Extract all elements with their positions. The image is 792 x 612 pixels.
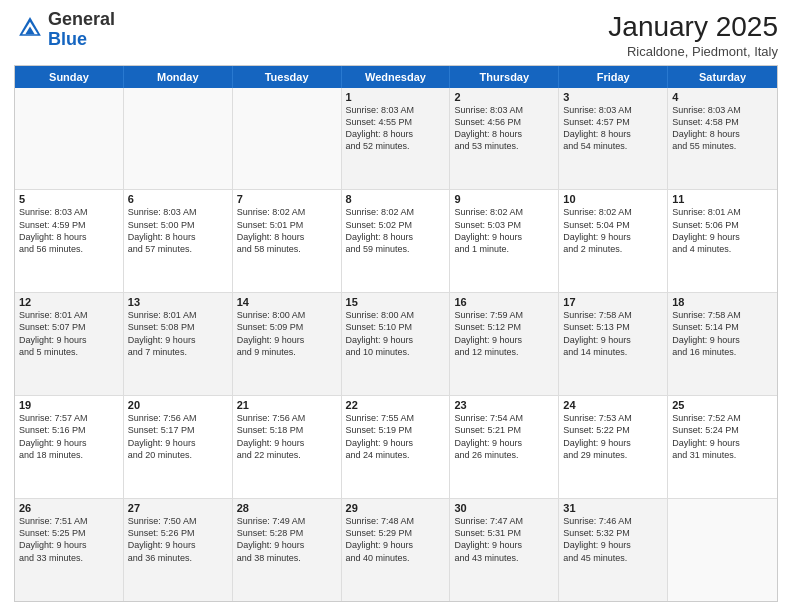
day-content: Sunrise: 8:02 AM Sunset: 5:02 PM Dayligh… (346, 206, 446, 255)
day-number: 15 (346, 296, 446, 308)
day-number: 23 (454, 399, 554, 411)
logo-blue-text: Blue (48, 29, 87, 49)
header-day-wednesday: Wednesday (342, 66, 451, 88)
day-cell-10: 10Sunrise: 8:02 AM Sunset: 5:04 PM Dayli… (559, 190, 668, 292)
day-number: 17 (563, 296, 663, 308)
day-content: Sunrise: 7:48 AM Sunset: 5:29 PM Dayligh… (346, 515, 446, 564)
day-cell-31: 31Sunrise: 7:46 AM Sunset: 5:32 PM Dayli… (559, 499, 668, 601)
day-content: Sunrise: 7:52 AM Sunset: 5:24 PM Dayligh… (672, 412, 773, 461)
day-content: Sunrise: 7:58 AM Sunset: 5:14 PM Dayligh… (672, 309, 773, 358)
day-content: Sunrise: 8:02 AM Sunset: 5:04 PM Dayligh… (563, 206, 663, 255)
day-cell-1: 1Sunrise: 8:03 AM Sunset: 4:55 PM Daylig… (342, 88, 451, 190)
calendar: SundayMondayTuesdayWednesdayThursdayFrid… (14, 65, 778, 602)
day-number: 11 (672, 193, 773, 205)
month-title: January 2025 (608, 10, 778, 44)
day-number: 29 (346, 502, 446, 514)
day-number: 6 (128, 193, 228, 205)
day-cell-18: 18Sunrise: 7:58 AM Sunset: 5:14 PM Dayli… (668, 293, 777, 395)
day-number: 16 (454, 296, 554, 308)
day-content: Sunrise: 7:49 AM Sunset: 5:28 PM Dayligh… (237, 515, 337, 564)
day-cell-7: 7Sunrise: 8:02 AM Sunset: 5:01 PM Daylig… (233, 190, 342, 292)
day-number: 9 (454, 193, 554, 205)
day-number: 25 (672, 399, 773, 411)
day-cell-11: 11Sunrise: 8:01 AM Sunset: 5:06 PM Dayli… (668, 190, 777, 292)
day-cell-13: 13Sunrise: 8:01 AM Sunset: 5:08 PM Dayli… (124, 293, 233, 395)
day-cell-23: 23Sunrise: 7:54 AM Sunset: 5:21 PM Dayli… (450, 396, 559, 498)
calendar-row-4: 26Sunrise: 7:51 AM Sunset: 5:25 PM Dayli… (15, 499, 777, 601)
day-cell-27: 27Sunrise: 7:50 AM Sunset: 5:26 PM Dayli… (124, 499, 233, 601)
empty-cell-0-1 (124, 88, 233, 190)
day-content: Sunrise: 8:03 AM Sunset: 4:57 PM Dayligh… (563, 104, 663, 153)
day-content: Sunrise: 7:58 AM Sunset: 5:13 PM Dayligh… (563, 309, 663, 358)
day-cell-17: 17Sunrise: 7:58 AM Sunset: 5:13 PM Dayli… (559, 293, 668, 395)
day-content: Sunrise: 7:59 AM Sunset: 5:12 PM Dayligh… (454, 309, 554, 358)
logo-general-text: General (48, 9, 115, 29)
day-number: 18 (672, 296, 773, 308)
day-content: Sunrise: 7:53 AM Sunset: 5:22 PM Dayligh… (563, 412, 663, 461)
logo-icon (16, 14, 44, 42)
header: General Blue January 2025 Ricaldone, Pie… (14, 10, 778, 59)
day-number: 5 (19, 193, 119, 205)
day-content: Sunrise: 7:54 AM Sunset: 5:21 PM Dayligh… (454, 412, 554, 461)
calendar-row-3: 19Sunrise: 7:57 AM Sunset: 5:16 PM Dayli… (15, 396, 777, 499)
day-content: Sunrise: 8:01 AM Sunset: 5:08 PM Dayligh… (128, 309, 228, 358)
header-day-monday: Monday (124, 66, 233, 88)
calendar-row-0: 1Sunrise: 8:03 AM Sunset: 4:55 PM Daylig… (15, 88, 777, 191)
day-content: Sunrise: 7:47 AM Sunset: 5:31 PM Dayligh… (454, 515, 554, 564)
empty-cell-0-0 (15, 88, 124, 190)
day-number: 12 (19, 296, 119, 308)
day-number: 26 (19, 502, 119, 514)
day-content: Sunrise: 8:02 AM Sunset: 5:03 PM Dayligh… (454, 206, 554, 255)
day-cell-6: 6Sunrise: 8:03 AM Sunset: 5:00 PM Daylig… (124, 190, 233, 292)
day-content: Sunrise: 8:03 AM Sunset: 4:59 PM Dayligh… (19, 206, 119, 255)
logo: General Blue (14, 10, 115, 50)
day-cell-16: 16Sunrise: 7:59 AM Sunset: 5:12 PM Dayli… (450, 293, 559, 395)
day-content: Sunrise: 7:56 AM Sunset: 5:17 PM Dayligh… (128, 412, 228, 461)
day-content: Sunrise: 7:57 AM Sunset: 5:16 PM Dayligh… (19, 412, 119, 461)
day-number: 20 (128, 399, 228, 411)
header-day-tuesday: Tuesday (233, 66, 342, 88)
empty-cell-4-6 (668, 499, 777, 601)
day-cell-30: 30Sunrise: 7:47 AM Sunset: 5:31 PM Dayli… (450, 499, 559, 601)
calendar-header: SundayMondayTuesdayWednesdayThursdayFrid… (15, 66, 777, 88)
day-cell-25: 25Sunrise: 7:52 AM Sunset: 5:24 PM Dayli… (668, 396, 777, 498)
day-cell-2: 2Sunrise: 8:03 AM Sunset: 4:56 PM Daylig… (450, 88, 559, 190)
header-day-friday: Friday (559, 66, 668, 88)
day-number: 1 (346, 91, 446, 103)
day-number: 22 (346, 399, 446, 411)
day-cell-14: 14Sunrise: 8:00 AM Sunset: 5:09 PM Dayli… (233, 293, 342, 395)
day-cell-15: 15Sunrise: 8:00 AM Sunset: 5:10 PM Dayli… (342, 293, 451, 395)
day-number: 3 (563, 91, 663, 103)
day-content: Sunrise: 7:55 AM Sunset: 5:19 PM Dayligh… (346, 412, 446, 461)
day-number: 27 (128, 502, 228, 514)
day-cell-19: 19Sunrise: 7:57 AM Sunset: 5:16 PM Dayli… (15, 396, 124, 498)
day-cell-8: 8Sunrise: 8:02 AM Sunset: 5:02 PM Daylig… (342, 190, 451, 292)
day-cell-3: 3Sunrise: 8:03 AM Sunset: 4:57 PM Daylig… (559, 88, 668, 190)
header-day-thursday: Thursday (450, 66, 559, 88)
day-number: 21 (237, 399, 337, 411)
day-content: Sunrise: 8:01 AM Sunset: 5:07 PM Dayligh… (19, 309, 119, 358)
day-cell-4: 4Sunrise: 8:03 AM Sunset: 4:58 PM Daylig… (668, 88, 777, 190)
day-number: 28 (237, 502, 337, 514)
day-number: 7 (237, 193, 337, 205)
day-number: 30 (454, 502, 554, 514)
location-subtitle: Ricaldone, Piedmont, Italy (608, 44, 778, 59)
day-content: Sunrise: 8:03 AM Sunset: 4:55 PM Dayligh… (346, 104, 446, 153)
day-content: Sunrise: 8:01 AM Sunset: 5:06 PM Dayligh… (672, 206, 773, 255)
day-cell-5: 5Sunrise: 8:03 AM Sunset: 4:59 PM Daylig… (15, 190, 124, 292)
day-cell-28: 28Sunrise: 7:49 AM Sunset: 5:28 PM Dayli… (233, 499, 342, 601)
day-cell-29: 29Sunrise: 7:48 AM Sunset: 5:29 PM Dayli… (342, 499, 451, 601)
day-number: 31 (563, 502, 663, 514)
day-content: Sunrise: 8:03 AM Sunset: 4:58 PM Dayligh… (672, 104, 773, 153)
title-block: January 2025 Ricaldone, Piedmont, Italy (608, 10, 778, 59)
day-cell-21: 21Sunrise: 7:56 AM Sunset: 5:18 PM Dayli… (233, 396, 342, 498)
day-content: Sunrise: 7:50 AM Sunset: 5:26 PM Dayligh… (128, 515, 228, 564)
empty-cell-0-2 (233, 88, 342, 190)
day-content: Sunrise: 8:03 AM Sunset: 5:00 PM Dayligh… (128, 206, 228, 255)
day-number: 24 (563, 399, 663, 411)
day-content: Sunrise: 8:00 AM Sunset: 5:10 PM Dayligh… (346, 309, 446, 358)
day-number: 14 (237, 296, 337, 308)
calendar-row-1: 5Sunrise: 8:03 AM Sunset: 4:59 PM Daylig… (15, 190, 777, 293)
day-number: 8 (346, 193, 446, 205)
header-day-saturday: Saturday (668, 66, 777, 88)
